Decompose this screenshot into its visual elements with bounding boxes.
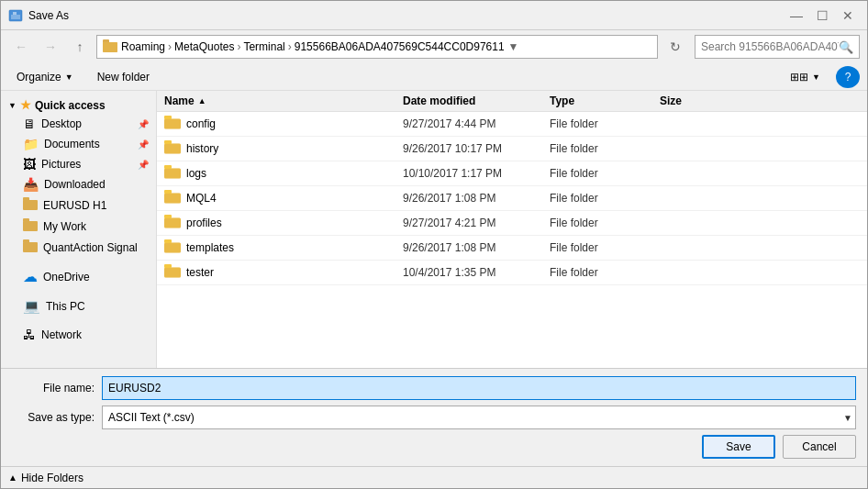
- svg-rect-2: [13, 12, 17, 15]
- table-row[interactable]: tester 10/4/2017 1:35 PM File folder: [157, 261, 867, 285]
- sidebar-item-thispc[interactable]: 💻 This PC: [1, 295, 156, 317]
- sidebar-item-pictures[interactable]: 🖼 Pictures 📌: [1, 154, 156, 174]
- sidebar-item-desktop-label: Desktop: [41, 117, 82, 130]
- folder-icon: [164, 165, 181, 182]
- savetype-row: Save as type: ASCII Text (*.csv)All File…: [12, 406, 856, 429]
- col-header-name[interactable]: Name ▲: [164, 94, 403, 107]
- svg-rect-9: [23, 218, 29, 222]
- sidebar-item-eurusd[interactable]: EURUSD H1: [1, 194, 156, 216]
- savetype-select[interactable]: ASCII Text (*.csv)All Files (*.*): [102, 406, 856, 429]
- folder-icon: [164, 116, 181, 132]
- col-header-size[interactable]: Size: [660, 94, 733, 107]
- pc-icon: 💻: [23, 298, 40, 315]
- svg-rect-11: [23, 239, 29, 243]
- forward-button[interactable]: →: [38, 34, 63, 60]
- pictures-icon: 🖼: [23, 157, 36, 172]
- file-type: File folder: [550, 241, 660, 254]
- title-icon: [8, 8, 23, 23]
- col-header-date[interactable]: Date modified: [403, 94, 550, 107]
- quantaction-folder-icon: [23, 239, 38, 255]
- file-name: logs: [186, 167, 206, 180]
- onedrive-icon: ☁: [23, 268, 38, 285]
- back-button[interactable]: ←: [8, 34, 34, 60]
- file-type: File folder: [550, 167, 660, 180]
- filename-input[interactable]: [102, 376, 856, 400]
- hide-folders-button[interactable]: ▲ Hide Folders: [8, 472, 83, 484]
- table-row[interactable]: profiles 9/27/2017 4:21 PM File folder: [157, 211, 867, 236]
- sidebar-item-desktop[interactable]: 🖥 Desktop 📌: [1, 114, 156, 134]
- folder-icon: [164, 190, 181, 206]
- table-row[interactable]: templates 9/26/2017 1:08 PM File folder: [157, 236, 867, 261]
- file-date: 9/26/2017 10:17 PM: [403, 142, 550, 155]
- svg-rect-22: [164, 190, 172, 194]
- sidebar-item-pictures-label: Pictures: [41, 158, 81, 171]
- documents-icon: 📁: [23, 137, 39, 151]
- table-row[interactable]: MQL4 9/26/2017 1:08 PM File folder: [157, 186, 867, 211]
- sidebar-item-network-label: Network: [41, 328, 82, 341]
- svg-rect-29: [164, 243, 181, 253]
- breadcrumb-item-roaming[interactable]: Roaming: [121, 40, 165, 53]
- new-folder-button[interactable]: New folder: [89, 66, 158, 88]
- sidebar-item-downloaded-label: Downloaded: [44, 178, 106, 191]
- quick-access-star-icon: ★: [20, 98, 31, 112]
- save-button[interactable]: Save: [702, 435, 775, 459]
- search-input[interactable]: [701, 40, 839, 53]
- breadcrumb-dropdown-arrow[interactable]: ▼: [508, 40, 519, 53]
- help-button[interactable]: ?: [836, 66, 860, 88]
- file-name: tester: [186, 266, 214, 279]
- view-icon: ⊞⊞: [790, 71, 808, 83]
- file-list-header: Name ▲ Date modified Type Size: [157, 91, 867, 112]
- sidebar-item-downloaded[interactable]: 📥 Downloaded: [1, 174, 156, 194]
- col-header-type[interactable]: Type: [550, 94, 660, 107]
- sidebar-item-onedrive-label: OneDrive: [43, 271, 90, 283]
- maximize-button[interactable]: ☐: [810, 5, 834, 27]
- pin-icon: 📌: [138, 119, 149, 129]
- sidebar-item-quantaction[interactable]: QuantAction Signal: [1, 237, 156, 258]
- sidebar: ▼ ★ Quick access 🖥 Desktop 📌 📁 Documents…: [1, 91, 157, 368]
- breadcrumb-item-hash[interactable]: 915566BA06ADA407569C544CC0D97611: [295, 40, 505, 53]
- breadcrumb-item-terminal[interactable]: Terminal: [243, 40, 284, 53]
- chevron-up-icon: ▲: [8, 472, 17, 483]
- folder-icon: [164, 239, 181, 256]
- breadcrumb-item-metaquotes[interactable]: MetaQuotes: [174, 40, 234, 53]
- sidebar-item-onedrive[interactable]: ☁ OneDrive: [1, 265, 156, 288]
- quick-access-header[interactable]: ▼ ★ Quick access: [1, 94, 156, 114]
- cancel-button[interactable]: Cancel: [783, 435, 856, 459]
- downloaded-icon: 📥: [23, 177, 39, 192]
- svg-rect-13: [164, 116, 172, 119]
- table-row[interactable]: logs 10/10/2017 1:17 PM File folder: [157, 161, 867, 186]
- svg-rect-16: [164, 140, 172, 144]
- refresh-button[interactable]: ↻: [663, 35, 687, 59]
- file-type: File folder: [550, 142, 660, 155]
- minimize-button[interactable]: ―: [785, 5, 808, 27]
- file-rows-container: config 9/27/2017 4:44 PM File folder his…: [157, 112, 867, 285]
- savetype-label: Save as type:: [12, 411, 95, 424]
- hide-folders-label: Hide Folders: [21, 472, 83, 484]
- organize-button[interactable]: Organize ▼: [8, 66, 82, 88]
- file-name: config: [186, 117, 216, 130]
- table-row[interactable]: history 9/26/2017 10:17 PM File folder: [157, 137, 867, 161]
- eurusd-folder-icon: [23, 197, 38, 213]
- view-dropdown-icon: ▼: [812, 72, 820, 82]
- new-folder-label: New folder: [97, 71, 150, 83]
- sidebar-item-documents[interactable]: 📁 Documents 📌: [1, 134, 156, 154]
- table-row[interactable]: config 9/27/2017 4:44 PM File folder: [157, 112, 867, 137]
- title-bar: Save As ― ☐ ✕: [1, 1, 867, 30]
- close-button[interactable]: ✕: [836, 5, 860, 27]
- window-controls: ― ☐ ✕: [785, 5, 860, 27]
- view-button[interactable]: ⊞⊞ ▼: [782, 66, 829, 88]
- sidebar-item-network[interactable]: 🖧 Network: [1, 325, 156, 345]
- svg-rect-26: [164, 218, 181, 228]
- chevron-down-icon: ▼: [8, 101, 17, 110]
- pin-icon-docs: 📌: [138, 139, 149, 150]
- network-icon: 🖧: [23, 328, 36, 342]
- pin-icon-pics: 📌: [138, 160, 149, 170]
- footer: ▲ Hide Folders: [1, 466, 867, 488]
- sidebar-item-mywork-label: My Work: [43, 220, 86, 233]
- help-label: ?: [845, 71, 851, 83]
- sidebar-item-mywork[interactable]: My Work: [1, 216, 156, 237]
- file-name: templates: [186, 241, 234, 254]
- search-icon: 🔍: [839, 40, 853, 54]
- up-button[interactable]: ↑: [67, 34, 93, 60]
- breadcrumb-bar[interactable]: Roaming › MetaQuotes › Terminal › 915566…: [96, 35, 658, 59]
